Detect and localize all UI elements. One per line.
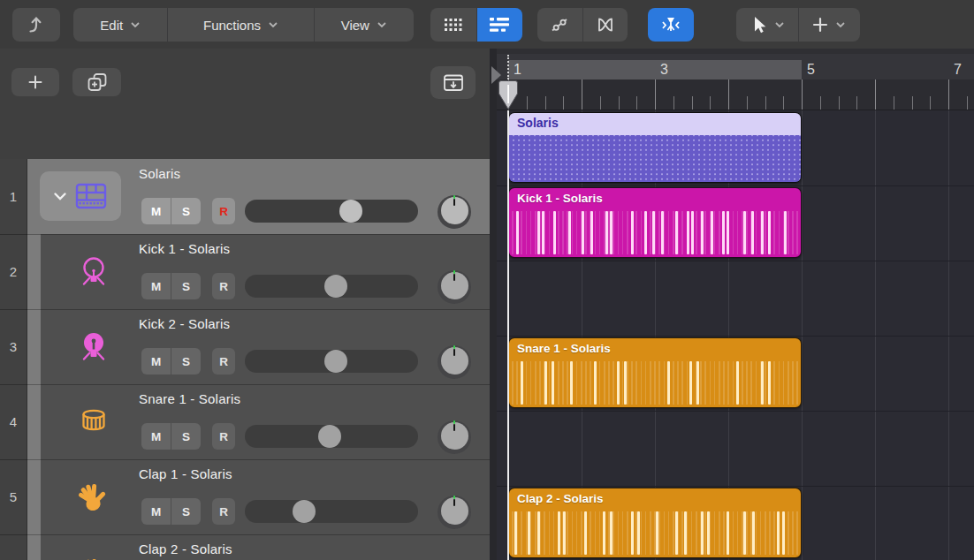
solo-button[interactable]: S [171,423,201,450]
grid-view-button[interactable] [430,8,476,42]
region-clap-2-solaris[interactable]: Clap 2 - Solaris [508,488,802,558]
midi-note-line [544,361,547,405]
panel-divider[interactable] [490,49,497,560]
volume-slider[interactable] [245,425,418,448]
solo-button[interactable]: S [171,198,201,224]
beat-tick [527,96,528,110]
beat-tick [820,96,821,110]
record-enable-button[interactable]: R [212,498,235,525]
track-header-5[interactable]: 5 Clap 1 - SolarisMSR [0,459,490,534]
midi-note-line [617,361,620,405]
midi-note-line [696,361,699,405]
region-snare-1-solaris[interactable]: Snare 1 - Solaris [508,337,802,408]
pointer-tool-button[interactable] [736,8,798,42]
solo-button[interactable]: S [171,273,201,299]
add-track-button[interactable] [11,68,59,96]
track-header-6[interactable]: 6 Clap 2 - SolarisMSR [0,534,490,560]
pan-knob-tick [453,499,456,506]
volume-slider-knob[interactable] [339,200,362,223]
volume-slider[interactable] [245,350,418,373]
track-name: Clap 2 - Solaris [139,541,232,556]
record-enable-button[interactable]: R [212,273,235,299]
pan-knob[interactable] [438,195,471,229]
view-menu-button[interactable]: View [314,8,414,42]
record-enable-button[interactable]: R [212,348,235,375]
midi-note-line [542,211,544,254]
pan-knob[interactable] [438,270,471,304]
automation-button[interactable] [537,8,582,42]
lane-divider [497,336,974,337]
record-enable-button[interactable]: R [212,198,235,224]
midi-note-line [751,211,754,254]
edit-menu-button[interactable]: Edit [73,8,167,42]
midi-note-line [761,361,764,405]
region-kick-1-solaris[interactable]: Kick 1 - Solaris [508,187,802,258]
duplicate-track-button[interactable] [72,68,121,96]
beat-tick [636,96,637,110]
volume-slider-knob[interactable] [324,350,347,373]
mute-button[interactable]: M [141,348,171,375]
track-header-3[interactable]: 3 Kick 2 - SolarisMSR [0,309,490,384]
bar-ruler[interactable]: 1357 [497,49,974,79]
bar-tick [875,79,876,110]
catch-up-button[interactable] [12,8,60,42]
volume-slider-knob[interactable] [324,275,347,298]
beat-tick [967,96,968,110]
pan-knob[interactable] [438,420,471,454]
pan-knob-tick [453,199,456,206]
mute-button[interactable]: M [141,198,171,224]
record-enable-button[interactable]: R [212,423,235,450]
region-solaris[interactable]: Solaris [508,112,802,183]
pan-knob[interactable] [438,496,471,529]
functions-menu-button[interactable]: Functions [167,8,313,42]
midi-note-line [584,511,587,555]
chevron-down-icon [377,21,387,28]
playhead-marker[interactable] [498,80,518,110]
midi-note-line [568,211,571,254]
track-header-config-button[interactable] [430,66,476,99]
pan-knob[interactable] [438,345,471,379]
midi-note-line [768,211,771,254]
track-disclosure-button[interactable] [40,171,121,221]
midi-note-line [594,361,597,405]
solo-button[interactable]: S [171,348,201,375]
bar-number-label: 1 [514,62,521,78]
ruler-tick-strip[interactable] [497,79,974,110]
secondary-tool-button[interactable] [798,8,861,42]
midi-note-line [521,361,523,405]
bar-tick [582,79,582,110]
bar-tick [728,79,729,110]
playhead-line [507,110,509,560]
mute-button[interactable]: M [141,498,171,525]
region-title: Solaris [509,113,801,135]
catch-playhead-button[interactable] [648,8,694,42]
volume-slider[interactable] [245,200,418,223]
beat-tick [692,96,693,110]
volume-slider[interactable] [245,275,418,298]
track-header-2[interactable]: 2 Kick 1 - SolarisMSR [0,234,490,309]
mute-button[interactable]: M [141,273,171,299]
beat-tick [710,96,711,110]
track-number: 6 [0,534,27,560]
midi-transform-button[interactable] [582,8,628,42]
tracks-area[interactable]: 1357 SolarisKick 1 - SolarisSnare 1 - So… [497,49,974,560]
list-view-button[interactable] [476,8,523,42]
midi-note-line [552,361,554,405]
beat-tick [563,96,564,110]
bar-tick [655,79,656,110]
solo-button[interactable]: S [171,498,201,525]
region-notes [512,361,798,405]
midi-note-line [514,511,517,555]
track-name: Kick 1 - Solaris [139,241,230,256]
track-header-4[interactable]: 4 Snare 1 - SolarisMSR [0,384,490,459]
midi-note-line [656,511,658,555]
track-header-1[interactable]: 1 SolarisMSR [0,159,490,234]
track-name: Snare 1 - Solaris [139,391,240,406]
track-name: Solaris [139,166,180,181]
midi-note-line [637,511,640,555]
volume-slider[interactable] [245,500,418,523]
mute-button[interactable]: M [141,423,171,450]
volume-slider-knob[interactable] [318,425,341,448]
midi-note-line [610,511,613,555]
volume-slider-knob[interactable] [293,500,316,523]
